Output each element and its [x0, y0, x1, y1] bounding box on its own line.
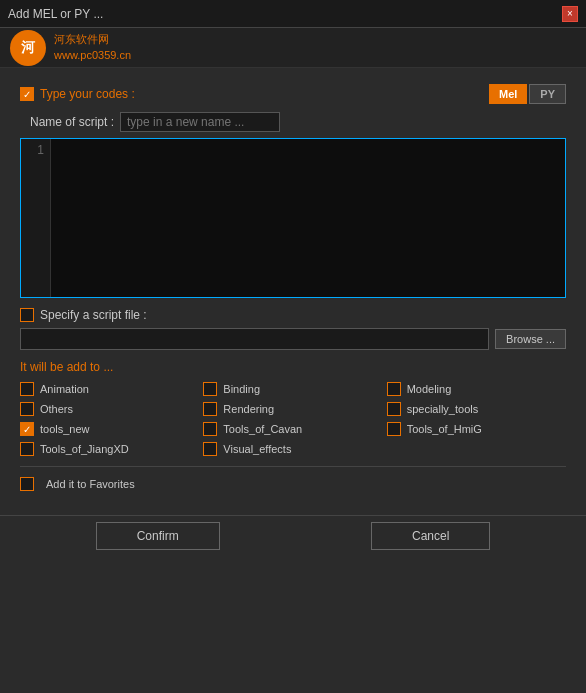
- main-content: Type your codes : Mel PY Name of script …: [0, 68, 586, 515]
- watermark-text: 河东软件网 www.pc0359.cn: [54, 32, 131, 63]
- watermark-logo-text: 河: [21, 39, 35, 57]
- category-item-tools_of_cavan: Tools_of_Cavan: [203, 422, 382, 436]
- favorites-checkbox[interactable]: [20, 477, 34, 491]
- watermark-logo: 河: [10, 30, 46, 66]
- category-checkbox-visual_effects[interactable]: [203, 442, 217, 456]
- name-of-script-row: Name of script :: [20, 112, 566, 132]
- specify-checkbox[interactable]: [20, 308, 34, 322]
- specify-section: Specify a script file : Browse ...: [20, 308, 566, 350]
- category-item-visual_effects: Visual_effects: [203, 442, 382, 456]
- name-of-script-input[interactable]: [120, 112, 280, 132]
- file-path-input[interactable]: [20, 328, 489, 350]
- type-codes-checkbox[interactable]: [20, 87, 34, 101]
- category-grid: AnimationBindingModelingOthersRenderings…: [20, 382, 566, 456]
- category-label-rendering: Rendering: [223, 403, 274, 415]
- category-item-specially_tools: specially_tools: [387, 402, 566, 416]
- line-numbers: 1: [21, 139, 51, 297]
- category-item-rendering: Rendering: [203, 402, 382, 416]
- title-bar: Add MEL or PY ... ×: [0, 0, 586, 28]
- code-editor: 1: [20, 138, 566, 298]
- watermark-line1: 河东软件网: [54, 32, 131, 47]
- category-label-others: Others: [40, 403, 73, 415]
- category-label-tools_of_jiangxd: Tools_of_JiangXD: [40, 443, 129, 455]
- watermark-bar: 河 河东软件网 www.pc0359.cn: [0, 28, 586, 68]
- code-textarea[interactable]: [51, 139, 565, 297]
- category-checkbox-tools_of_cavan[interactable]: [203, 422, 217, 436]
- category-label-tools_of_cavan: Tools_of_Cavan: [223, 423, 302, 435]
- py-button[interactable]: PY: [529, 84, 566, 104]
- confirm-button[interactable]: Confirm: [96, 522, 220, 550]
- category-label-visual_effects: Visual_effects: [223, 443, 291, 455]
- browse-button[interactable]: Browse ...: [495, 329, 566, 349]
- category-item-tools_of_jiangxd: Tools_of_JiangXD: [20, 442, 199, 456]
- type-codes-label: Type your codes :: [40, 87, 135, 101]
- file-row: Browse ...: [20, 328, 566, 350]
- line-number-1: 1: [27, 143, 44, 157]
- category-checkbox-specially_tools[interactable]: [387, 402, 401, 416]
- category-checkbox-animation[interactable]: [20, 382, 34, 396]
- category-label-modeling: Modeling: [407, 383, 452, 395]
- title-bar-text: Add MEL or PY ...: [8, 7, 103, 21]
- category-label-animation: Animation: [40, 383, 89, 395]
- category-label-binding: Binding: [223, 383, 260, 395]
- specify-header: Specify a script file :: [20, 308, 566, 322]
- specify-label: Specify a script file :: [40, 308, 147, 322]
- category-checkbox-modeling[interactable]: [387, 382, 401, 396]
- category-label-specially_tools: specially_tools: [407, 403, 479, 415]
- category-item-tools_new: tools_new: [20, 422, 199, 436]
- name-of-script-label: Name of script :: [30, 115, 114, 129]
- category-item-modeling: Modeling: [387, 382, 566, 396]
- favorites-label: Add it to Favorites: [46, 478, 135, 490]
- category-checkbox-binding[interactable]: [203, 382, 217, 396]
- favorites-section: Add it to Favorites: [20, 466, 566, 491]
- category-item-binding: Binding: [203, 382, 382, 396]
- type-codes-header: Type your codes : Mel PY: [20, 84, 566, 104]
- category-checkbox-tools_of_hmig[interactable]: [387, 422, 401, 436]
- category-label-tools_of_hmig: Tools_of_HmiG: [407, 423, 482, 435]
- category-item-animation: Animation: [20, 382, 199, 396]
- category-checkbox-tools_new[interactable]: [20, 422, 34, 436]
- category-checkbox-others[interactable]: [20, 402, 34, 416]
- close-button[interactable]: ×: [562, 6, 578, 22]
- category-checkbox-rendering[interactable]: [203, 402, 217, 416]
- category-label-tools_new: tools_new: [40, 423, 90, 435]
- cancel-button[interactable]: Cancel: [371, 522, 490, 550]
- category-item-others: Others: [20, 402, 199, 416]
- add-to-label: It will be add to ...: [20, 360, 566, 374]
- watermark-line2: www.pc0359.cn: [54, 48, 131, 63]
- category-checkbox-tools_of_jiangxd[interactable]: [20, 442, 34, 456]
- mel-button[interactable]: Mel: [489, 84, 527, 104]
- type-buttons-group: Mel PY: [489, 84, 566, 104]
- category-item-tools_of_hmig: Tools_of_HmiG: [387, 422, 566, 436]
- action-buttons: Confirm Cancel: [0, 515, 586, 556]
